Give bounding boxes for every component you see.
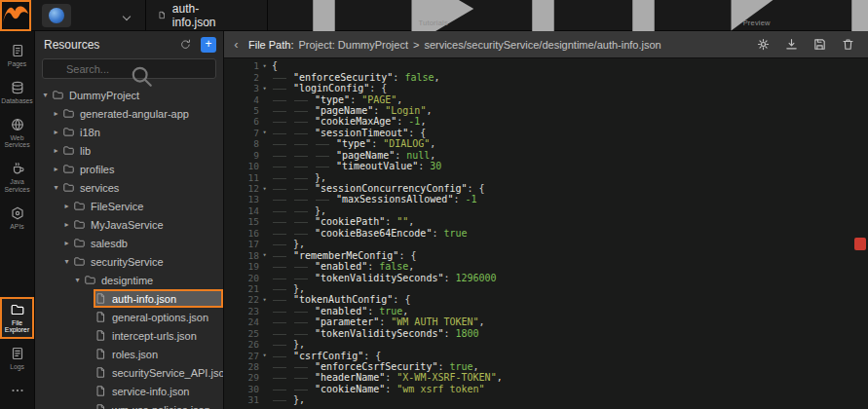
indent-guide <box>272 396 293 404</box>
line-number: 16 <box>224 228 259 239</box>
indent-guide <box>315 140 336 148</box>
tree-item-general-options-json[interactable]: general-options.json <box>35 308 223 326</box>
code-line-1: 1▾{ <box>224 60 868 71</box>
sidebar-item-java-services[interactable]: Java Services <box>0 156 34 199</box>
sidebar-item-web-services[interactable]: Web Services <box>0 112 34 155</box>
tree-item-i18n[interactable]: ▸i18n <box>35 123 223 141</box>
tree-item-myjavaservice[interactable]: ▸MyJavaService <box>35 215 223 234</box>
sidebar-item-apis[interactable]: APIs <box>0 201 34 236</box>
tutorials-button[interactable]: Tutorials <box>287 3 580 27</box>
indent-guide <box>272 241 293 248</box>
indent-guide <box>272 230 293 238</box>
tree-item-intercept-urls-json[interactable]: intercept-urls.json <box>35 326 223 345</box>
code-line-23: 23"enabled": true, <box>224 306 868 316</box>
web-services-icon <box>10 117 25 132</box>
tree-item-label: wm-xss-policies.json <box>112 404 210 409</box>
caret-right-icon: ▸ <box>51 109 61 118</box>
tree-item-securityservice-api-json[interactable]: securityService_API.json <box>35 363 223 382</box>
line-number: 28 <box>224 361 259 372</box>
folder-icon <box>73 255 86 268</box>
file-path-separator: > <box>413 39 419 51</box>
tree-item-salesdb[interactable]: ▸salesdb <box>35 234 223 252</box>
add-resource-button[interactable]: + <box>201 37 216 53</box>
refresh-button[interactable] <box>179 38 192 51</box>
indent-guide <box>272 275 293 282</box>
caret-right-icon: ▸ <box>51 165 61 173</box>
caret-right-icon: ▸ <box>51 146 61 155</box>
download-file-button[interactable] <box>784 37 799 52</box>
tree-item-label: profiles <box>80 164 114 175</box>
project-switcher-button[interactable] <box>120 4 133 26</box>
tree-item-generated-angular-app[interactable]: ▸generated-angular-app <box>35 104 223 123</box>
tree-item-auth-info-json[interactable]: auth-info.json <box>35 289 223 308</box>
line-number: 26 <box>224 339 259 350</box>
sidebar-item-file-explorer[interactable]: File Explorer <box>0 297 34 340</box>
tree-item-fileservice[interactable]: ▸FileService <box>35 197 223 215</box>
code-line-30: 30"cookieName": "wm_xsrf_token" <box>224 384 868 394</box>
tree-item-securityservice[interactable]: ▾securityService <box>35 252 223 271</box>
main-area: ‹ File Path: Project: DummyProject > ser… <box>224 31 868 409</box>
indent-guide <box>272 341 293 349</box>
sidebar-item-pages[interactable]: Pages <box>0 38 34 73</box>
save-file-button[interactable] <box>812 37 827 52</box>
sidebar-item-databases[interactable]: Databases <box>0 75 34 110</box>
folder-icon <box>62 181 75 194</box>
project-avatar[interactable] <box>42 4 71 27</box>
tree-item-services[interactable]: ▾services <box>35 178 223 197</box>
sidebar-spacer <box>0 238 34 297</box>
indent-guide <box>293 275 315 282</box>
folder-icon <box>62 163 75 175</box>
fold-caret-icon[interactable]: ▾ <box>259 296 270 304</box>
tree-item-label: lib <box>80 145 91 157</box>
indent-guide <box>272 252 293 260</box>
indent-guide <box>272 363 293 371</box>
fold-caret-icon[interactable]: ▾ <box>259 185 270 193</box>
tree-item-wm-xss-policies-json[interactable]: wm-xss-policies.json <box>35 400 223 409</box>
editor-settings-button[interactable] <box>756 37 771 52</box>
indent-guide <box>293 118 315 126</box>
resources-tree: ▾DummyProject▸generated-angular-app▸i18n… <box>35 86 223 409</box>
preview-button[interactable]: Preview <box>607 3 868 27</box>
fold-caret-icon[interactable]: ▾ <box>259 352 270 359</box>
topbar-divider <box>267 0 268 30</box>
collapse-panel-button[interactable]: ‹ <box>229 38 244 51</box>
code-line-5: 5"pageName": "Login", <box>224 105 868 116</box>
indent-guide <box>293 218 315 226</box>
sidebar-item-logs[interactable]: Logs <box>0 341 34 376</box>
caret-down-icon: ▾ <box>51 183 61 192</box>
indent-guide <box>272 318 293 326</box>
fold-caret-icon[interactable]: ▾ <box>259 85 270 93</box>
tree-item-service-info-json[interactable]: service-info.json <box>35 382 223 400</box>
fold-caret-icon[interactable]: ▾ <box>259 62 270 70</box>
line-number: 13 <box>224 194 259 204</box>
indent-guide <box>293 263 315 271</box>
tree-item-label: roles.json <box>112 349 158 360</box>
tree-item-profiles[interactable]: ▸profiles <box>35 160 223 178</box>
sidebar-item-more[interactable] <box>0 378 34 403</box>
tree-item-label: services <box>80 182 119 194</box>
code-line-2: 2"enforceSecurity": false, <box>224 71 868 82</box>
preview-label: Preview <box>743 19 771 27</box>
open-file-tab[interactable]: auth-info.json <box>148 0 230 31</box>
sidebar-item-label: APIs <box>10 223 23 231</box>
indent-guide <box>272 207 293 215</box>
code-line-8: 8"type": "DIALOG", <box>224 138 868 149</box>
delete-file-button[interactable] <box>841 37 855 52</box>
file-icon <box>94 366 107 379</box>
tree-item-designtime[interactable]: ▾designtime <box>35 271 223 289</box>
fold-caret-icon[interactable]: ▾ <box>259 129 270 136</box>
indent-guide <box>272 140 293 148</box>
line-number: 10 <box>224 161 259 171</box>
tree-item-roles-json[interactable]: roles.json <box>35 345 223 363</box>
code-editor[interactable]: 1▾{2"enforceSecurity": false,3▾"loginCon… <box>224 58 868 409</box>
wavemaker-logo[interactable] <box>0 0 31 31</box>
indent-guide <box>293 96 315 104</box>
sidebar-bottom-group: File ExplorerLogs <box>0 297 34 405</box>
red-edge-marker[interactable] <box>854 238 866 250</box>
fold-caret-icon[interactable]: ▾ <box>259 251 270 259</box>
topbar-divider <box>145 0 146 30</box>
tree-item-lib[interactable]: ▸lib <box>35 141 223 160</box>
indent-guide <box>272 96 293 104</box>
open-file-tab-label: auth-info.json <box>172 2 220 29</box>
line-number: 19 <box>224 261 259 272</box>
